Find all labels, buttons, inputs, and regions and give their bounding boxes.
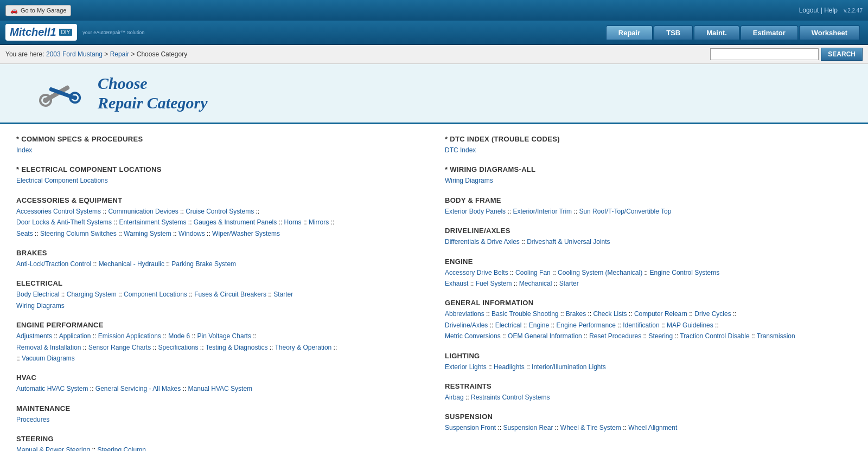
- link-parking-brake-system[interactable]: Parking Brake System: [171, 260, 236, 268]
- breadcrumb-car[interactable]: 2003 Ford Mustang: [46, 50, 103, 58]
- right-column: * DTC INDEX (TROUBLE CODES)DTC Index* WI…: [445, 135, 852, 451]
- link-steering-column-switches[interactable]: Steering Column Switches: [40, 230, 117, 237]
- link-accessories-control-systems[interactable]: Accessories Control Systems: [16, 208, 101, 215]
- link-steering-column[interactable]: Steering Column: [97, 446, 145, 451]
- link-sensor-range-charts[interactable]: Sensor Range Charts: [88, 344, 151, 351]
- link-steering[interactable]: Steering: [649, 332, 673, 340]
- link-wiring-diagrams[interactable]: Wiring Diagrams: [445, 177, 493, 184]
- link-anti-lock-traction-control[interactable]: Anti-Lock/Traction Control: [16, 260, 91, 268]
- my-cars-button[interactable]: 🚗 Go to My Garage: [5, 5, 71, 16]
- link-exterior-body-panels[interactable]: Exterior Body Panels: [445, 208, 506, 215]
- link-traction-control-disable[interactable]: Traction Control Disable: [680, 332, 749, 340]
- link-wiring-diagrams[interactable]: Wiring Diagrams: [16, 302, 65, 310]
- link-map-guidelines[interactable]: MAP Guidelines: [667, 321, 713, 329]
- link-electrical-component-locations[interactable]: Electrical Component Locations: [16, 177, 108, 184]
- link-gauges---instrument-panels[interactable]: Gauges & Instrument Panels: [194, 218, 277, 226]
- link-communication-devices[interactable]: Communication Devices: [108, 208, 178, 215]
- link-wiper-washer-systems[interactable]: Wiper/Washer Systems: [212, 230, 280, 237]
- link-body-electrical[interactable]: Body Electrical: [16, 291, 59, 298]
- help-link[interactable]: Help: [824, 7, 838, 14]
- link-airbag[interactable]: Airbag: [445, 394, 464, 401]
- link-fuses---circuit-breakers[interactable]: Fuses & Circuit Breakers: [194, 291, 266, 298]
- link-specifications[interactable]: Specifications: [158, 344, 198, 351]
- link-suspension-front[interactable]: Suspension Front: [445, 424, 496, 431]
- link-mode-6[interactable]: Mode 6: [168, 332, 190, 340]
- section-driveline: DRIVELINE/AXLESDifferentials & Drive Axl…: [445, 227, 852, 247]
- link-pin-voltage-charts[interactable]: Pin Voltage Charts: [197, 332, 251, 340]
- link-emission-applications[interactable]: Emission Applications: [98, 332, 161, 340]
- link-theory---operation[interactable]: Theory & Operation: [275, 344, 332, 351]
- link-seats[interactable]: Seats: [16, 230, 33, 237]
- link-mirrors[interactable]: Mirrors: [309, 218, 329, 226]
- search-button[interactable]: SEARCH: [821, 48, 863, 61]
- nav-tab-estimator[interactable]: Estimator: [741, 25, 798, 40]
- link-interior-illumination-lights[interactable]: Interior/Illumination Lights: [532, 363, 606, 371]
- link-driveline-axles[interactable]: Driveline/Axles: [445, 321, 488, 329]
- nav-tab-tsb[interactable]: TSB: [654, 25, 693, 40]
- link-adjustments[interactable]: Adjustments: [16, 332, 52, 340]
- link-procedures[interactable]: Procedures: [16, 416, 49, 423]
- link-door-locks---anti-theft-systems[interactable]: Door Locks & Anti-Theft Systems: [16, 218, 112, 226]
- link-removal---installation[interactable]: Removal & Installation: [16, 344, 81, 351]
- link-reset-procedures[interactable]: Reset Procedures: [589, 332, 641, 340]
- link-transmission[interactable]: Transmission: [757, 332, 795, 340]
- link-application[interactable]: Application: [59, 332, 91, 340]
- link-engine-performance[interactable]: Engine Performance: [556, 321, 615, 329]
- link-exterior-interior-trim[interactable]: Exterior/Interior Trim: [513, 208, 572, 215]
- link-manual---power-steering[interactable]: Manual & Power Steering: [16, 446, 90, 451]
- link-vacuum-diagrams[interactable]: Vacuum Diagrams: [22, 355, 75, 362]
- link-horns[interactable]: Horns: [284, 218, 302, 226]
- section-electrical-component: * ELECTRICAL COMPONENT LOCATIONSElectric…: [16, 165, 423, 186]
- link-metric-conversions[interactable]: Metric Conversions: [445, 332, 501, 340]
- link-index[interactable]: Index: [16, 146, 32, 154]
- link-headlights[interactable]: Headlights: [494, 363, 525, 371]
- link-fuel-system[interactable]: Fuel System: [476, 280, 512, 287]
- link-differentials---drive-axles[interactable]: Differentials & Drive Axles: [445, 238, 520, 246]
- nav-tab-maint[interactable]: Maint.: [694, 25, 739, 40]
- link-cooling-fan[interactable]: Cooling Fan: [515, 269, 551, 276]
- link-abbreviations[interactable]: Abbreviations: [445, 310, 484, 318]
- link-driveshaft---universal-joints[interactable]: Driveshaft & Universal Joints: [527, 238, 610, 246]
- link-electrical[interactable]: Electrical: [495, 321, 522, 329]
- link-brakes[interactable]: Brakes: [566, 310, 586, 318]
- link-component-locations[interactable]: Component Locations: [124, 291, 187, 298]
- link-drive-cycles[interactable]: Drive Cycles: [694, 310, 731, 318]
- link-engine-control-systems[interactable]: Engine Control Systems: [650, 269, 720, 276]
- link-oem-general-information[interactable]: OEM General Information: [508, 332, 582, 340]
- link-computer-relearn[interactable]: Computer Relearn: [634, 310, 687, 318]
- link-general-servicing---all-makes[interactable]: General Servicing - All Makes: [95, 385, 181, 392]
- link-wheel---tire-system[interactable]: Wheel & Tire System: [560, 424, 621, 431]
- link-check-lists[interactable]: Check Lists: [593, 310, 627, 318]
- link-manual-hvac-system[interactable]: Manual HVAC System: [188, 385, 252, 392]
- logout-link[interactable]: Logout: [799, 7, 819, 14]
- link-mechanical[interactable]: Mechanical: [519, 280, 552, 287]
- link-testing---diagnostics[interactable]: Testing & Diagnostics: [206, 344, 268, 351]
- link-basic-trouble-shooting[interactable]: Basic Trouble Shooting: [492, 310, 558, 318]
- link-mechanical---hydraulic[interactable]: Mechanical - Hydraulic: [99, 260, 164, 268]
- link-restraints-control-systems[interactable]: Restraints Control Systems: [471, 394, 550, 401]
- breadcrumb-section[interactable]: Repair: [110, 50, 129, 58]
- link-windows[interactable]: Windows: [178, 230, 205, 237]
- link-exterior-lights[interactable]: Exterior Lights: [445, 363, 487, 371]
- link-warning-system[interactable]: Warning System: [124, 230, 171, 237]
- nav-tab-repair[interactable]: Repair: [606, 25, 653, 40]
- link-charging-system[interactable]: Charging System: [67, 291, 117, 298]
- link-starter[interactable]: Starter: [559, 280, 579, 287]
- link-starter[interactable]: Starter: [273, 291, 293, 298]
- link-cooling-system--mechanical-[interactable]: Cooling System (Mechanical): [558, 269, 642, 276]
- hero-title: Choose Repair Category: [98, 74, 208, 113]
- link-identification[interactable]: Identification: [623, 321, 659, 329]
- link-exhaust[interactable]: Exhaust: [445, 280, 468, 287]
- link-suspension-rear[interactable]: Suspension Rear: [503, 424, 553, 431]
- link-engine[interactable]: Engine: [529, 321, 549, 329]
- link-entertainment-systems[interactable]: Entertainment Systems: [119, 218, 186, 226]
- link-accessory-drive-belts[interactable]: Accessory Drive Belts: [445, 269, 508, 276]
- section-header-engine-performance: ENGINE PERFORMANCE: [16, 321, 423, 329]
- search-input[interactable]: [710, 48, 819, 60]
- link-wheel-alignment[interactable]: Wheel Alignment: [628, 424, 677, 431]
- link-cruise-control-systems[interactable]: Cruise Control Systems: [186, 208, 254, 215]
- link-automatic-hvac-system[interactable]: Automatic HVAC System: [16, 385, 88, 392]
- link-dtc-index[interactable]: DTC Index: [445, 146, 476, 154]
- link-sun-roof-t-top-convertible-top[interactable]: Sun Roof/T-Top/Convertible Top: [579, 208, 671, 215]
- nav-tab-worksheet[interactable]: Worksheet: [799, 25, 860, 40]
